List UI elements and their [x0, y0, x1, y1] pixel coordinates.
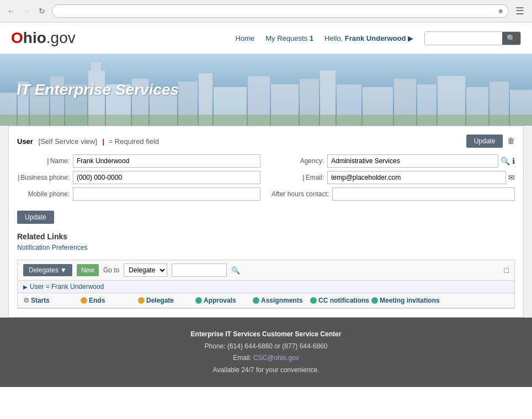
col-cc-notifications[interactable]: CC notifications	[310, 297, 369, 304]
col-delegate-label: Delegate	[146, 297, 174, 304]
agency-field-container: 🔍 ℹ	[327, 154, 515, 168]
delegates-new-button[interactable]: New	[77, 264, 99, 276]
agency-input[interactable]	[327, 154, 498, 168]
form-grid: Name: Business phone: Mobile phone:	[17, 154, 515, 201]
business-phone-input[interactable]	[73, 171, 260, 184]
col-cc-icon	[310, 297, 317, 304]
main-content: User [Self Service view] | = Required fi…	[0, 126, 532, 318]
col-assignments-icon	[253, 297, 259, 304]
svg-rect-27	[0, 115, 532, 126]
email-icon[interactable]: ✉	[508, 173, 515, 182]
hero-banner: IT Enterprise Services	[0, 54, 532, 126]
after-hours-input[interactable]	[332, 187, 515, 201]
col-ends-label: Ends	[89, 297, 105, 304]
email-input[interactable]	[327, 171, 506, 184]
delegate-columns: ⚙ Starts Ends Delegate	[18, 293, 514, 308]
delegate-filter-link[interactable]: User = Frank Underwood	[30, 283, 104, 291]
nav-links: Home My Requests 1 Hello, Frank Underwoo…	[236, 31, 521, 45]
header-search-input[interactable]	[425, 32, 502, 44]
filter-expand-icon[interactable]: ▶	[23, 284, 28, 290]
site-footer: Enterprise IT Services Customer Service …	[0, 318, 532, 387]
header-search: 🔍	[424, 31, 521, 45]
browser-menu-icon[interactable]: ☰	[513, 5, 526, 17]
logo-gov: .gov	[46, 29, 76, 46]
col-starts-label: Starts	[31, 297, 50, 304]
mobile-phone-label: Mobile phone:	[17, 190, 70, 198]
browser-chrome: ← → ↻ ★ ☰	[0, 0, 532, 23]
svg-rect-7	[91, 62, 101, 73]
after-hours-row: After hours contact:	[272, 187, 515, 201]
form-right-col: Agency: 🔍 ℹ Email: ✉	[272, 154, 515, 201]
after-hours-label: After hours contact:	[272, 190, 329, 198]
nav-my-requests[interactable]: My Requests 1	[265, 34, 313, 42]
agency-search-icon[interactable]: 🔍	[501, 157, 510, 165]
form-left-col: Name: Business phone: Mobile phone:	[17, 154, 260, 201]
header-search-button[interactable]: 🔍	[502, 32, 520, 45]
related-links-title: Related Links	[17, 232, 515, 241]
delegates-button[interactable]: Delegates ▼	[23, 264, 72, 276]
goto-label: Go to	[103, 266, 119, 274]
mobile-phone-input[interactable]	[73, 187, 260, 201]
required-indicator: |	[102, 137, 104, 146]
footer-availability: Available 24/7 for your convenience.	[11, 364, 521, 377]
hero-title: IT Enterprise Services	[17, 81, 179, 99]
col-meeting-invitations[interactable]: Meeting invitations	[371, 297, 440, 304]
address-bar[interactable]	[52, 4, 509, 18]
agency-info-icon[interactable]: ℹ	[512, 157, 515, 165]
nav-home[interactable]: Home	[236, 34, 255, 42]
col-approvals-label: Approvals	[204, 297, 236, 304]
delete-icon[interactable]: 🗑	[507, 136, 515, 145]
name-label: Name:	[17, 157, 70, 165]
email-label: Email:	[272, 174, 324, 181]
col-starts[interactable]: ⚙ Starts	[23, 297, 78, 304]
expand-icon[interactable]: □	[504, 266, 509, 275]
footer-title: Enterprise IT Services Customer Service …	[11, 329, 521, 341]
notification-preferences-link[interactable]: Notification Preferences	[17, 244, 87, 251]
col-assignments[interactable]: Assignments	[253, 297, 308, 304]
delegates-toolbar: Delegates ▼ New Go to Delegate 🔍 □	[18, 260, 514, 281]
back-button[interactable]: ←	[6, 6, 17, 17]
business-phone-row: Business phone:	[17, 171, 260, 184]
col-approvals-icon	[195, 297, 202, 304]
name-row: Name:	[17, 154, 260, 168]
col-approvals[interactable]: Approvals	[195, 297, 251, 304]
page-wrapper: Ohio.gov Home My Requests 1 Hello, Frank…	[0, 23, 532, 419]
mobile-phone-row: Mobile phone:	[17, 187, 260, 201]
col-starts-gear-icon: ⚙	[23, 297, 29, 304]
goto-select[interactable]: Delegate	[124, 264, 167, 277]
delegates-search-icon[interactable]: 🔍	[231, 266, 240, 275]
agency-label: Agency:	[272, 157, 324, 165]
delegate-filter-row: ▶ User = Frank Underwood	[18, 281, 514, 293]
col-ends[interactable]: Ends	[81, 297, 136, 304]
footer-email: Email: CSC@ohio.gov	[11, 352, 521, 364]
email-row: Email: ✉	[272, 171, 515, 184]
update-button-top[interactable]: Update	[466, 135, 503, 148]
form-title: User [Self Service view] | = Required fi…	[17, 137, 159, 146]
form-header: User [Self Service view] | = Required fi…	[17, 135, 515, 148]
name-input[interactable]	[73, 154, 260, 168]
delegates-section: Delegates ▼ New Go to Delegate 🔍 □ ▶ Use…	[17, 260, 515, 309]
col-cc-label: CC notifications	[318, 297, 369, 304]
logo-o-icon: O	[11, 29, 23, 46]
email-field-container: ✉	[327, 171, 515, 184]
nav-user-greeting: Hello, Frank Underwood ▶	[324, 34, 413, 42]
col-delegate-icon	[138, 297, 145, 304]
delegates-search-input[interactable]	[172, 264, 227, 277]
site-header: Ohio.gov Home My Requests 1 Hello, Frank…	[0, 23, 532, 54]
agency-row: Agency: 🔍 ℹ	[272, 154, 515, 168]
business-phone-label: Business phone:	[17, 174, 70, 181]
site-logo: Ohio.gov	[11, 29, 76, 47]
forward-button[interactable]: →	[21, 6, 32, 17]
col-meeting-icon	[371, 297, 378, 304]
svg-rect-8	[95, 57, 98, 63]
col-assignments-label: Assignments	[261, 297, 302, 304]
col-delegate[interactable]: Delegate	[138, 297, 193, 304]
related-links-section: Related Links Notification Preferences	[17, 232, 515, 251]
delegates-chevron-icon: ▼	[60, 266, 67, 274]
content-area: User [Self Service view] | = Required fi…	[8, 126, 524, 318]
update-button-bottom[interactable]: Update	[17, 211, 54, 224]
bookmark-star-icon: ★	[497, 7, 504, 15]
logo-hio: hio	[23, 29, 46, 46]
footer-email-link[interactable]: CSC@ohio.gov	[253, 354, 299, 362]
refresh-button[interactable]: ↻	[36, 6, 47, 17]
